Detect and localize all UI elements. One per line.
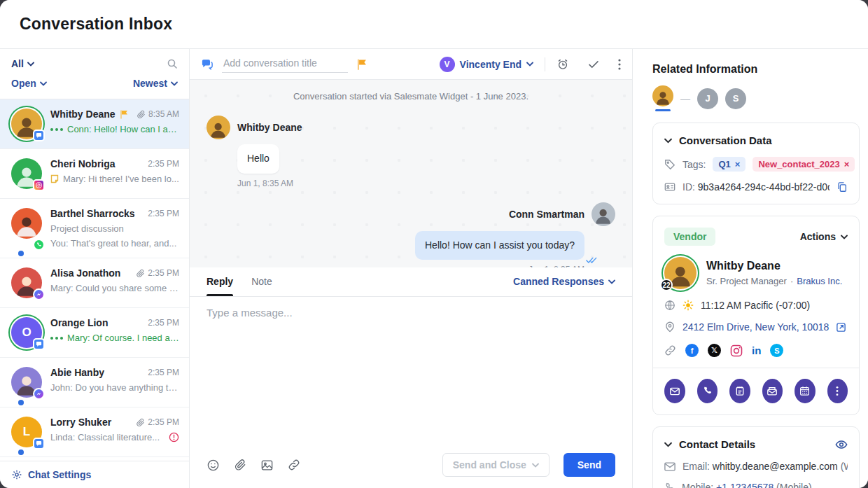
timezone-globe-icon [664, 300, 676, 311]
app-window: Conversation Inbox All Open [0, 0, 868, 488]
list-item-cheri-nobriga[interactable]: Cheri Nobriga 2:35 PM Mary: Hi there! I'… [0, 149, 189, 199]
participant-avatar-s[interactable]: S [725, 88, 746, 109]
assignee-avatar: V [440, 57, 455, 72]
sun-icon [682, 300, 694, 311]
sort-newest-dropdown[interactable]: Newest [133, 78, 178, 89]
contact-details-header[interactable]: Contact Details [664, 438, 848, 450]
paperclip-icon [136, 110, 146, 119]
list-filters: All Open Newest [0, 49, 189, 99]
website-link-icon[interactable] [664, 344, 676, 356]
list-item-lorry-shuker[interactable]: L Lorry Shuker 2:35 PM [0, 407, 189, 457]
note-icon [50, 174, 59, 183]
instagram-badge-icon [33, 179, 45, 191]
page-header: Conversation Inbox [0, 0, 868, 49]
list-item-abie-hanby[interactable]: Abie Hanby 2:35 PM John: Do you have any… [0, 358, 189, 407]
actions-dropdown[interactable]: Actions [800, 231, 848, 242]
activity-count-badge: 22 [660, 279, 673, 291]
send-email-action-button[interactable] [762, 379, 783, 403]
more-options-icon[interactable] [618, 59, 621, 70]
participant-avatar-j[interactable]: J [697, 88, 718, 109]
whatsapp-badge-icon [33, 239, 45, 251]
chevron-down-icon [664, 442, 672, 447]
address-link[interactable]: 2412 Elm Drive, New York, 10018 [682, 321, 829, 333]
link-icon[interactable] [288, 459, 300, 471]
x-twitter-icon[interactable]: 𝕏 [708, 344, 721, 357]
list-item-whitby-deane[interactable]: Whitby Deane 8:35 AM Conn: Hello! How ca… [0, 99, 189, 149]
skype-icon[interactable]: S [770, 344, 783, 357]
filter-open-dropdown[interactable]: Open [11, 78, 47, 89]
tab-note[interactable]: Note [251, 267, 272, 296]
assignee-dropdown[interactable]: V Vincenty End [440, 57, 533, 72]
tab-reply[interactable]: Reply [206, 267, 233, 296]
message-outgoing: Conn Smartman Hello! How can I assist yo… [206, 202, 615, 267]
attach-icon[interactable] [234, 459, 246, 471]
notes-action-button[interactable] [729, 379, 750, 403]
list-item-orange-lion[interactable]: O Orange Lion 2:35 PM Mary: Of course. I… [0, 308, 189, 358]
snooze-icon[interactable] [556, 58, 569, 71]
composer-tabs: Reply Note Canned Responses [190, 267, 632, 297]
conversation-title-input[interactable] [222, 55, 348, 73]
message-bubble: Hello [237, 144, 279, 174]
chat-settings-button[interactable]: Chat Settings [0, 461, 189, 488]
conversation-list-panel: All Open Newest [0, 49, 190, 488]
image-icon[interactable] [260, 459, 274, 472]
company-link[interactable]: Brakus Inc. [797, 276, 842, 286]
conversation-data-header[interactable]: Conversation Data [664, 134, 848, 146]
social-links-row: f 𝕏 in S [664, 344, 848, 357]
divider [545, 57, 545, 71]
contact-email: whitby.deane@example.com [713, 461, 838, 472]
avatar [11, 208, 42, 239]
filter-all-dropdown[interactable]: All [11, 58, 34, 69]
typing-indicator [50, 128, 63, 131]
messenger-badge-icon [33, 288, 45, 300]
messenger-badge-icon [33, 388, 45, 400]
message-scroll-area[interactable]: Conversation started via Salesmate Widge… [190, 80, 632, 267]
list-item-barthel-sharrocks[interactable]: Barthel Sharrocks 2:35 PM Project discus… [0, 199, 189, 258]
list-item-alisa-jonathon[interactable]: Alisa Jonathon 2:35 PM Mary: Could you s… [0, 258, 189, 308]
error-icon [169, 432, 179, 442]
calendar-action-button[interactable] [794, 379, 816, 403]
instagram-icon[interactable] [730, 344, 743, 357]
avatar [592, 202, 615, 226]
livechat-badge-icon [33, 438, 45, 449]
send-button[interactable]: Send [564, 453, 615, 477]
resolve-check-icon[interactable] [587, 58, 600, 71]
more-actions-button[interactable] [827, 379, 848, 403]
copy-icon[interactable] [836, 181, 848, 193]
thread-panel: V Vincenty End Conversation started via … [190, 49, 633, 488]
map-pin-icon [664, 321, 676, 333]
conversation-id: 9b3a4264-294c-44bd-bf22-d0d5d5... [698, 181, 830, 193]
unread-dot [18, 400, 24, 405]
eye-icon[interactable] [835, 440, 848, 449]
chevron-down-icon [608, 279, 615, 284]
external-link-icon[interactable] [836, 322, 846, 333]
remove-tag-icon[interactable]: × [844, 159, 850, 169]
timestamp: 2:35 PM [148, 209, 179, 218]
facebook-icon[interactable]: f [685, 344, 699, 357]
search-icon[interactable] [167, 58, 178, 69]
composer: Send and Close Send [190, 297, 632, 488]
email-action-button[interactable] [664, 379, 685, 403]
linkedin-icon[interactable]: in [752, 344, 761, 357]
participant-avatar-whitby[interactable] [652, 85, 673, 106]
remove-tag-icon[interactable]: × [735, 159, 741, 169]
timestamp: 2:35 PM [148, 318, 179, 328]
contact-mobile[interactable]: +1 12345678 [716, 482, 774, 488]
timestamp: 2:35 PM [148, 368, 179, 377]
flag-icon [120, 110, 128, 119]
sender-name: Whitby Deane [237, 122, 302, 133]
timestamp: 2:35 PM [148, 159, 179, 169]
timestamp: 2:35 PM [148, 268, 179, 278]
canned-responses-dropdown[interactable]: Canned Responses [513, 276, 615, 287]
chevron-down-icon [171, 81, 178, 86]
message-preview: Conn: Hello! How can I as... [67, 124, 179, 134]
message-preview: John: Do you have anything th... [50, 382, 179, 393]
send-and-close-button[interactable]: Send and Close [442, 453, 550, 477]
timestamp: 2:35 PM [148, 417, 179, 427]
emoji-icon[interactable] [206, 459, 220, 472]
phone-icon [664, 482, 675, 488]
call-action-button[interactable] [697, 379, 718, 403]
flag-icon[interactable] [356, 59, 367, 70]
chevron-down-icon [526, 62, 533, 67]
message-input[interactable] [206, 307, 615, 319]
